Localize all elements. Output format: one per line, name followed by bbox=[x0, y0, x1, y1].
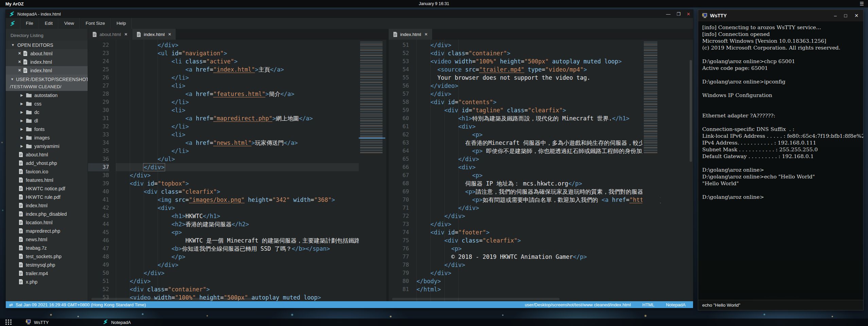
file-item[interactable]: index.php_disabled bbox=[6, 210, 88, 218]
file-item[interactable]: index.html bbox=[6, 201, 88, 210]
file-item[interactable]: location.html bbox=[6, 218, 88, 227]
maximize-icon[interactable]: ❐ bbox=[676, 12, 680, 17]
right-pane-content[interactable]: 5152535455565758596061626364656667686970… bbox=[389, 40, 693, 301]
menu-item-edit[interactable]: Edit bbox=[39, 18, 58, 29]
left-pane-content[interactable]: 2223242526272829303132333435363738394041… bbox=[88, 40, 386, 301]
left-gutter[interactable]: 2223242526272829303132333435363738394041… bbox=[88, 41, 114, 301]
file-item[interactable]: testmysql.php bbox=[6, 261, 88, 269]
line-number: 29 bbox=[88, 98, 109, 106]
right-horizontal-scrollbar[interactable] bbox=[392, 298, 560, 300]
taskbar-item-notepada[interactable]: NotepadA bbox=[103, 319, 131, 325]
workspace-root-header[interactable]: ▼USER:/DESKTOP/SCREENSHOT/TEST/WWW CLEAN… bbox=[6, 75, 88, 91]
terminal-output[interactable]: [info] Conencting to arozos WsTTY servic… bbox=[698, 21, 863, 300]
file-item[interactable]: favicon.ico bbox=[6, 167, 88, 176]
left-minimap[interactable] bbox=[359, 40, 385, 301]
folder-item-fonts[interactable]: ▶fonts bbox=[6, 125, 88, 133]
menu-item-file[interactable]: File bbox=[20, 18, 39, 29]
directory-sidebar[interactable]: Directory Listing ▼OPEN EDITORS✕about.ht… bbox=[6, 29, 88, 301]
folder-item-dl[interactable]: ▶dl bbox=[6, 116, 88, 125]
right-vertical-scrollbar[interactable] bbox=[690, 60, 692, 162]
file-icon bbox=[19, 160, 23, 166]
workspace-section: ▼USER:/DESKTOP/SCREENSHOT/TEST/WWW CLEAN… bbox=[6, 75, 88, 286]
hamburger-menu-icon[interactable]: ☰ bbox=[860, 1, 864, 6]
code-line: HKWTC 是一個 Minecraft 的建築伺服器，主要建築計劃包括鐵路 bbox=[116, 236, 362, 245]
file-item[interactable]: about.html bbox=[6, 150, 88, 159]
statusbar-app-badge[interactable]: NotepadA bbox=[666, 302, 686, 307]
folder-item-dc[interactable]: ▶dc bbox=[6, 108, 88, 116]
maximize-icon[interactable]: □ bbox=[844, 13, 847, 18]
file-item[interactable]: teabag.7z bbox=[6, 244, 88, 252]
code-line: </div> bbox=[417, 90, 643, 98]
code-line: </p> bbox=[116, 253, 362, 261]
code-line: <div class="container"> bbox=[417, 49, 643, 57]
sync-icon: ⇄ bbox=[9, 302, 13, 307]
notepada-titlebar[interactable]: NotepadA - index.html — ❐ ✕ bbox=[6, 10, 693, 18]
open-editors-header[interactable]: ▼OPEN EDITORS bbox=[6, 41, 88, 49]
tab-index.html[interactable]: index.html✕ bbox=[389, 29, 432, 40]
chevron-right-icon[interactable]: ▶ bbox=[19, 127, 24, 131]
file-item[interactable]: mapredirect.php bbox=[6, 227, 88, 235]
chevron-right-icon[interactable]: ▶ bbox=[19, 144, 24, 148]
close-icon[interactable]: ✕ bbox=[854, 13, 858, 18]
terminal-input[interactable]: echo "Hello World" bbox=[698, 300, 863, 310]
line-number: 79 bbox=[389, 269, 409, 277]
open-editor-item[interactable]: ✕index.html bbox=[6, 66, 88, 75]
statusbar-file-path[interactable]: user/Desktop/screenshot/test/www cleaned… bbox=[525, 302, 631, 307]
close-icon[interactable]: ✕ bbox=[18, 68, 21, 73]
code-line: <source src="trailer.mp4" type="video/mp… bbox=[417, 65, 643, 74]
file-icon bbox=[19, 254, 23, 259]
file-item[interactable]: features.html bbox=[6, 176, 88, 184]
code-line: </li> bbox=[116, 98, 362, 106]
code-line: <div id="topbox"> bbox=[116, 179, 362, 188]
right-minimap[interactable] bbox=[642, 40, 660, 301]
close-icon[interactable]: ✕ bbox=[18, 60, 21, 64]
terminal-line: IPv4 Address. . . . . . . . . . . : 192.… bbox=[702, 139, 861, 146]
code-line: <li> bbox=[116, 82, 362, 90]
file-item[interactable]: test_sockets.php bbox=[6, 252, 88, 261]
open-editor-item[interactable]: ✕index.html bbox=[6, 58, 88, 66]
code-line: <video width="100%" height="500px" autop… bbox=[417, 57, 643, 65]
close-icon[interactable]: ✕ bbox=[18, 51, 21, 56]
folder-item-yamiyamimi[interactable]: ▶yamiyamimi bbox=[6, 142, 88, 150]
editor-pane-left[interactable]: about.html✕index.html✕ 22232425262728293… bbox=[88, 29, 386, 301]
minimize-icon[interactable]: – bbox=[834, 13, 837, 18]
file-icon bbox=[19, 262, 23, 267]
tab-about.html[interactable]: about.html✕ bbox=[88, 29, 132, 40]
chevron-right-icon[interactable]: ▶ bbox=[19, 93, 24, 97]
file-item[interactable]: news.html bbox=[6, 235, 88, 244]
file-item[interactable]: HKWTC notice.pdf bbox=[6, 184, 88, 193]
line-number: 65 bbox=[389, 155, 409, 163]
menu-item-view[interactable]: View bbox=[58, 18, 80, 29]
chevron-right-icon[interactable]: ▶ bbox=[19, 102, 24, 106]
chevron-right-icon[interactable]: ▶ bbox=[19, 136, 24, 139]
close-icon[interactable]: ✕ bbox=[168, 32, 171, 37]
folder-item-css[interactable]: ▶css bbox=[6, 99, 88, 108]
chevron-right-icon[interactable]: ▶ bbox=[19, 119, 24, 122]
menu-item-help[interactable]: Help bbox=[111, 18, 132, 29]
close-icon[interactable]: ✕ bbox=[425, 32, 428, 37]
tab-index.html[interactable]: index.html✕ bbox=[132, 29, 176, 40]
wstty-titlebar[interactable]: WsTTY – □ ✕ bbox=[698, 10, 863, 21]
app-launcher-icon[interactable] bbox=[5, 320, 12, 325]
right-gutter[interactable]: 5152535455565758596061626364656667686970… bbox=[389, 41, 414, 293]
left-code[interactable]: </div> <ul id="navigation"> <li class="a… bbox=[116, 41, 362, 301]
left-horizontal-scrollbar[interactable] bbox=[91, 298, 255, 300]
folder-item-images[interactable]: ▶images bbox=[6, 133, 88, 142]
code-line: <p> bbox=[417, 245, 643, 253]
file-item[interactable]: x.php bbox=[6, 277, 88, 286]
notepada-menubar: FileEditViewFont SizeHelp bbox=[6, 18, 693, 29]
file-item[interactable]: add_vhost.php bbox=[6, 159, 88, 167]
minimize-icon[interactable]: — bbox=[666, 12, 670, 17]
folder-item-autostation[interactable]: ▶autostation bbox=[6, 91, 88, 99]
statusbar-mode-badge[interactable]: HTML bbox=[642, 302, 654, 307]
menu-item-font-size[interactable]: Font Size bbox=[80, 18, 111, 29]
right-code[interactable]: </div> <div class="container"> <video wi… bbox=[417, 41, 643, 301]
file-item[interactable]: HKWTC rule.pdf bbox=[6, 193, 88, 201]
chevron-right-icon[interactable]: ▶ bbox=[19, 110, 24, 114]
close-icon[interactable]: ✕ bbox=[124, 32, 127, 37]
open-editor-item[interactable]: ✕about.html bbox=[6, 49, 88, 58]
close-icon[interactable]: ✕ bbox=[687, 12, 690, 17]
editor-pane-right[interactable]: index.html✕ 5152535455565758596061626364… bbox=[389, 29, 693, 301]
taskbar-item-wstty[interactable]: WsTTY bbox=[25, 319, 49, 326]
file-item[interactable]: trailer.mp4 bbox=[6, 269, 88, 277]
